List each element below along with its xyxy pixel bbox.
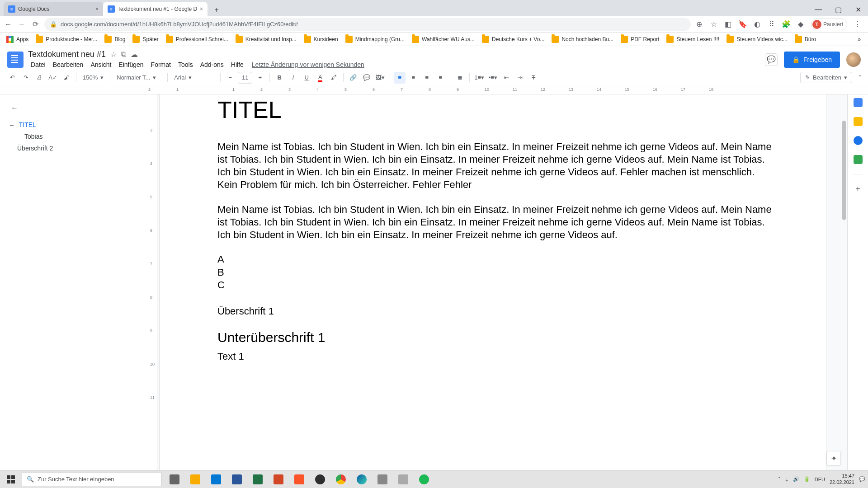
spotify-app[interactable] [414,470,434,488]
file-explorer-app[interactable] [185,470,205,488]
vertical-ruler[interactable]: 34567891011 [148,94,157,470]
keep-addon-icon[interactable] [854,117,863,126]
menu-ansicht[interactable]: Ansicht [88,60,114,69]
move-icon[interactable]: ⧉ [121,50,126,59]
bookmark-item[interactable]: Steuern Videos wic... [724,34,790,44]
insert-link-button[interactable]: 🔗 [347,72,359,84]
clear-formatting-button[interactable]: T [528,72,539,84]
font-size-decrease[interactable]: − [224,72,236,84]
spellcheck-button[interactable]: A✓ [47,72,59,84]
menu-format[interactable]: Format [148,60,174,69]
outline-item[interactable]: Überschrift 2 [8,142,140,154]
close-window-button[interactable]: ✕ [848,3,868,16]
heading-text[interactable]: Überschrift 1 [217,305,774,317]
extension-icon[interactable]: ⠿ [768,20,776,28]
align-center-button[interactable]: ≡ [407,72,419,84]
increase-indent-button[interactable]: ⇥ [514,72,526,84]
align-right-button[interactable]: ≡ [421,72,433,84]
bookmark-item[interactable]: Deutsche Kurs + Vo... [479,34,547,44]
outline-item[interactable]: – TITEL [8,119,140,131]
underline-button[interactable]: U [301,72,312,84]
numbered-list-button[interactable]: 1≡▾ [473,72,485,84]
bookmark-item[interactable]: Mindmapping (Gru... [343,34,407,44]
minimize-button[interactable]: — [808,3,828,16]
browser-tab[interactable]: ≡ Google Docs × [4,2,103,16]
url-field[interactable]: 🔒 docs.google.com/document/d/1hUH8k6h7Lb… [44,18,691,31]
menu-icon[interactable]: ⋮ [854,20,862,28]
bookmark-item[interactable]: Kursideen [301,34,341,44]
forward-button[interactable]: → [17,20,26,29]
extension-icon[interactable]: 🔖 [739,20,747,28]
horizontal-ruler[interactable]: 21123456789101112131415161718 [0,86,868,94]
contacts-addon-icon[interactable] [854,155,863,164]
bold-button[interactable]: B [274,72,285,84]
text-line[interactable]: C [217,279,774,292]
menu-hilfe[interactable]: Hilfe [228,60,246,69]
chrome-app[interactable] [331,470,351,488]
vertical-scrollbar[interactable] [841,103,847,470]
edge-app[interactable] [352,470,372,488]
notepad-app[interactable] [373,470,392,488]
close-icon[interactable]: × [200,6,203,12]
excel-app[interactable] [248,470,268,488]
back-button[interactable]: ← [4,20,13,29]
word-app[interactable] [227,470,247,488]
browser-tab[interactable]: ≡ Textdokument neu #1 - Google D × [103,2,208,16]
last-change-link[interactable]: Letzte Änderung vor wenigen Sekunden [248,61,364,68]
bookmark-item[interactable]: Wahlfächer WU Aus... [409,34,477,44]
menu-bearbeiten[interactable]: Bearbeiten [50,60,86,69]
calendar-addon-icon[interactable] [854,98,863,107]
menu-tools[interactable]: Tools [175,60,196,69]
insert-image-button[interactable]: 🖼▾ [374,72,386,84]
bookmark-item[interactable]: Blog [102,34,128,44]
extension-icon[interactable]: ◧ [724,20,732,28]
font-family-select[interactable]: Arial▾ [171,72,217,84]
notifications-icon[interactable]: 💬 [859,476,865,482]
bookmark-item[interactable]: Später [130,34,161,44]
decrease-indent-button[interactable]: ⇤ [500,72,512,84]
zoom-select[interactable]: 150%▾ [80,72,106,84]
bookmark-item[interactable]: Büro [792,34,819,44]
taskbar-search[interactable]: 🔍 Zur Suche Text hier eingeben [22,473,162,486]
obs-app[interactable] [310,470,330,488]
bookmark-item[interactable]: Professionell Schrei... [163,34,231,44]
reload-button[interactable]: ⟳ [31,20,40,29]
redo-button[interactable]: ↷ [20,72,32,84]
docs-home-button[interactable] [7,52,24,68]
heading-1[interactable]: TITEL [217,96,774,123]
tray-chevron-up-icon[interactable]: ˄ [778,476,781,482]
line-spacing-button[interactable]: ≣ [454,72,466,84]
extension-icon[interactable]: ◐ [753,20,761,28]
bulleted-list-button[interactable]: •≡▾ [487,72,499,84]
subheading-text[interactable]: Unterüberschrift 1 [217,330,774,345]
print-button[interactable]: 🖨 [33,72,45,84]
menu-datei[interactable]: Datei [28,60,48,69]
paragraph[interactable]: Mein Name ist Tobias. Ich bin Student in… [217,203,774,241]
font-size-increase[interactable]: + [254,72,266,84]
align-left-button[interactable]: ≡ [394,72,406,84]
get-addons-button[interactable]: + [854,184,863,193]
tasks-addon-icon[interactable] [854,136,863,145]
volume-icon[interactable]: 🔊 [793,476,799,482]
paragraph[interactable]: Mein Name ist Tobias. Ich bin Student in… [217,141,774,192]
comment-history-button[interactable]: 💬 [765,53,778,66]
editing-mode-select[interactable]: ✎ Bearbeiten ▾ [800,72,852,83]
bookmarks-overflow[interactable]: » [854,36,864,42]
menu-einfuegen[interactable]: Einfügen [116,60,146,69]
bookmark-item[interactable]: Steuern Lesen !!!! [664,34,722,44]
font-size-input[interactable]: 11 [238,72,252,84]
document-canvas[interactable]: 34567891011 TITEL Mein Name ist Tobias. … [148,94,847,470]
bookmark-item[interactable]: Produktsuche - Mer... [33,34,100,44]
text-line[interactable]: Text 1 [217,351,774,362]
paint-format-button[interactable]: 🖌 [61,72,72,84]
cloud-saved-icon[interactable]: ☁ [131,50,138,59]
bookmark-apps[interactable]: Apps [4,34,31,44]
powerpoint-app[interactable] [269,470,288,488]
star-icon[interactable]: ☆ [710,20,718,28]
language-indicator[interactable]: DEU [815,477,825,482]
explore-button[interactable]: ✦ [826,451,841,465]
outline-close-button[interactable]: ← [8,102,21,114]
outline-item[interactable]: Tobias [8,131,140,142]
bookmark-item[interactable]: Noch hochladen Bu... [549,34,616,44]
notepad-app[interactable] [393,470,413,488]
